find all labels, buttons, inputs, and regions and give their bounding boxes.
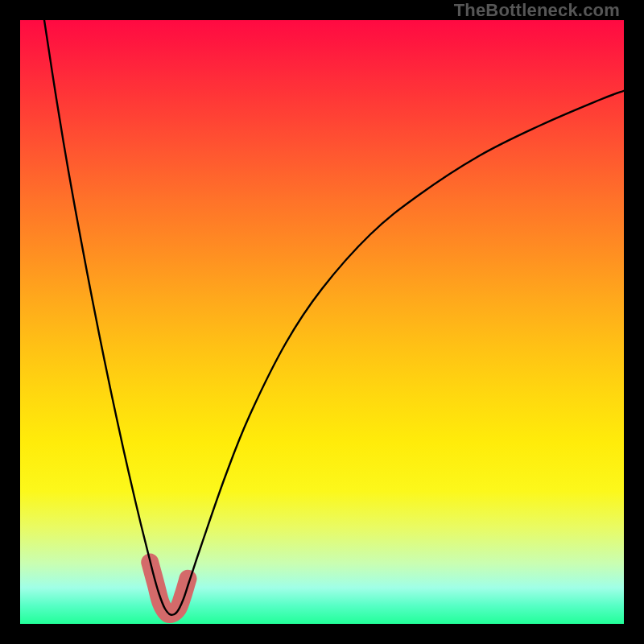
plot-area — [20, 20, 624, 624]
chart-frame — [20, 20, 624, 624]
bottleneck-curve-path — [44, 20, 624, 615]
watermark-text: TheBottleneck.com — [454, 0, 620, 21]
chart-svg — [20, 20, 624, 624]
highlight-near-zero-path — [150, 563, 188, 615]
